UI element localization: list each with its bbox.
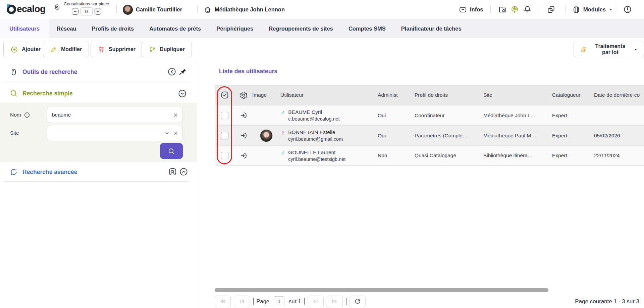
modules-menu-button[interactable]: Modules — [572, 0, 612, 19]
tab-automates-de-prets[interactable]: Automates de prêts — [142, 19, 209, 38]
branch-icon — [149, 46, 156, 53]
clear-site-icon[interactable] — [173, 130, 178, 136]
header-divider — [539, 5, 539, 13]
site-field-label: Site — [10, 130, 47, 136]
trash-icon — [98, 46, 105, 53]
column-header-site[interactable]: Site — [483, 92, 552, 98]
about-button[interactable] — [623, 5, 632, 14]
chevron-up-circle-icon[interactable] — [179, 167, 188, 176]
page-count-label: sur 1 — [289, 298, 301, 305]
documents-button[interactable] — [498, 5, 507, 14]
user-admin: Oui — [378, 133, 415, 139]
row-checkbox[interactable] — [221, 132, 228, 139]
user-last-connection: 05/02/2026 — [594, 133, 644, 139]
advanced-search-icon — [9, 168, 18, 176]
batch-actions-button[interactable]: Traitements par lot — [574, 42, 644, 57]
header-divider — [566, 5, 566, 13]
consultations-plus-button[interactable] — [95, 8, 101, 15]
search-icon — [9, 89, 18, 98]
consultations-count-input[interactable] — [80, 7, 93, 15]
dropdown-triangle-icon[interactable] — [164, 130, 170, 136]
consultations-minus-button[interactable] — [72, 8, 78, 15]
select-all-checkbox-icon[interactable] — [220, 91, 229, 99]
site-label-text: Site — [10, 130, 19, 136]
bookmark-square-icon[interactable] — [168, 167, 177, 176]
column-header-last-connection[interactable]: Date de dernière co — [594, 92, 644, 98]
pager-divider — [346, 298, 346, 305]
modules-label: Modules — [583, 6, 606, 13]
infos-button[interactable]: Infos — [459, 0, 483, 19]
run-search-button[interactable] — [160, 143, 183, 159]
duplicate-button[interactable]: Dupliquer — [142, 42, 192, 57]
chevron-down-circle-icon[interactable] — [178, 89, 187, 98]
pin-icon[interactable] — [178, 68, 187, 76]
male-icon: ♂ — [280, 109, 285, 116]
notifications-button[interactable] — [523, 5, 532, 13]
login-as-icon[interactable] — [239, 131, 248, 140]
tab-comptes-sms[interactable]: Comptes SMS — [341, 19, 393, 38]
name-input[interactable] — [47, 107, 182, 123]
last-page-button[interactable] — [327, 296, 343, 307]
edit-button[interactable]: Modifier — [43, 42, 89, 57]
clear-name-icon[interactable] — [173, 112, 178, 118]
page-label: Page — [257, 298, 270, 305]
tab-reseau[interactable]: Réseau — [49, 19, 84, 38]
duplicate-button-label: Dupliquer — [160, 46, 185, 52]
column-settings-gear-icon[interactable] — [239, 91, 248, 99]
row-checkbox[interactable] — [221, 112, 228, 119]
modules-icon — [572, 6, 580, 14]
current-user[interactable]: Camille Tourtillier — [123, 0, 182, 19]
user-email: cyril.beaume@gmail.com — [288, 136, 343, 142]
stacked-windows-icon — [547, 5, 555, 14]
user-name: BONNETAIN Estelle — [288, 129, 343, 135]
info-icon[interactable] — [24, 112, 30, 118]
delete-button[interactable]: Supprimer — [91, 42, 143, 57]
link-windows-button[interactable] — [547, 5, 555, 14]
advanced-search-title: Recherche avancée — [22, 169, 77, 176]
column-header-image[interactable]: Image — [252, 92, 280, 98]
horizontal-scrollbar[interactable] — [215, 288, 548, 292]
current-site[interactable]: Médiathèque John Lennon — [204, 0, 285, 19]
mail-icon — [459, 6, 467, 14]
login-as-icon[interactable] — [239, 111, 248, 120]
rewind-page-button[interactable] — [215, 296, 231, 307]
pagination-bar: Page sur 1 — [215, 295, 366, 307]
tab-utilisateurs[interactable]: Utilisateurs — [0, 19, 49, 38]
next-page-icon — [312, 298, 319, 305]
mouse-icon — [9, 68, 18, 76]
double-right-triangles-icon — [331, 298, 338, 305]
user-profile: Paramètres (Comple… — [415, 133, 483, 139]
pencil-icon — [50, 46, 57, 53]
tab-regroupements-de-sites[interactable]: Regroupements de sites — [261, 19, 341, 38]
table-row[interactable]: ♂ GOUNELLE Laurent cyril.beaume@testsigb… — [215, 145, 644, 166]
login-as-icon[interactable] — [239, 151, 248, 160]
table-row[interactable]: ♀ BONNETAIN Estelle cyril.beaume@gmail.c… — [215, 125, 644, 145]
tab-peripheriques[interactable]: Périphériques — [209, 19, 261, 38]
column-header-profile[interactable]: Profil de droits — [415, 92, 483, 98]
search-tools-title: Outils de recherche — [22, 69, 77, 76]
first-page-button[interactable] — [234, 296, 250, 307]
column-header-cataloguer[interactable]: Catalogueur — [552, 92, 594, 98]
user-site: Médiathèque John L… — [483, 113, 552, 119]
add-button[interactable]: Ajouter — [3, 42, 48, 57]
user-site: Bibliothèque itinéra… — [483, 152, 552, 159]
site-input-wrapper — [47, 125, 183, 141]
site-select-input[interactable] — [47, 125, 182, 141]
column-header-admin[interactable]: Administ — [378, 92, 415, 98]
broadcast-button[interactable] — [511, 5, 519, 14]
refresh-list-button[interactable] — [350, 296, 366, 307]
collapse-panel-icon[interactable] — [167, 67, 176, 76]
table-row[interactable]: ♂ BEAUME Cyril c.beaume@decalog.net Oui … — [215, 105, 644, 125]
row-checkbox[interactable] — [221, 152, 228, 159]
user-profile: Coordinateur — [415, 113, 483, 119]
page-number-input[interactable] — [274, 296, 284, 306]
site-name: Médiathèque John Lennon — [215, 6, 285, 13]
user-admin: Non — [378, 152, 415, 159]
divider — [4, 82, 189, 82]
next-page-button[interactable] — [308, 296, 324, 307]
tab-profils-de-droits[interactable]: Profils de droits — [84, 19, 142, 38]
tab-planificateur-de-taches[interactable]: Planificateur de tâches — [393, 19, 469, 38]
consultations-widget: Consultations sur place — [54, 1, 109, 15]
consultations-icon — [54, 3, 61, 11]
column-header-user[interactable]: Utilisateur — [280, 92, 378, 98]
